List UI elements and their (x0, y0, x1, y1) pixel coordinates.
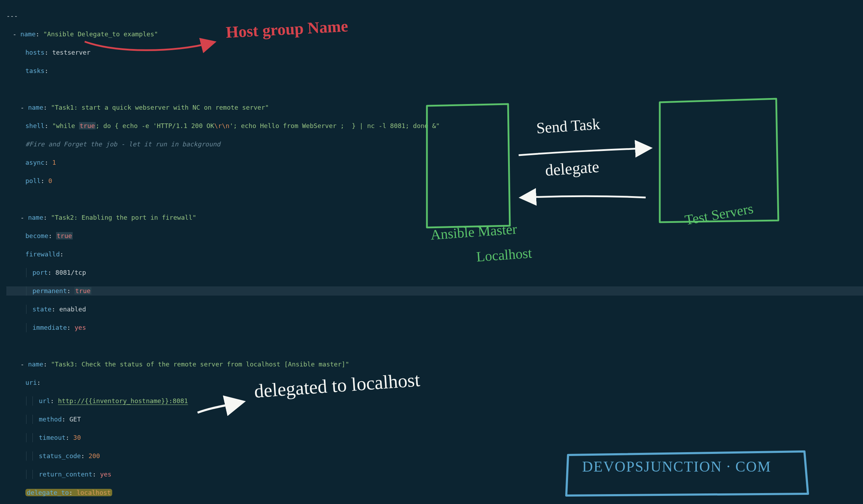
delegate-to-highlight: delegate_to: localhost (25, 489, 112, 496)
yaml-doc-start: --- (6, 12, 18, 19)
task3-url: http://{{inventory_hostname}}:8081 (58, 397, 188, 405)
task2-name: "Task2: Enabling the port in firewall" (51, 214, 196, 221)
key-hosts: hosts (25, 49, 44, 56)
comment-fire-forget: #Fire and Forget the job - let it run in… (25, 140, 221, 148)
yaml-code-block: --- - name: "Ansible Delegate_to example… (6, 2, 863, 504)
play-name-value: "Ansible Delegate_to examples" (43, 30, 158, 38)
key-name: name (20, 30, 36, 38)
task1-name: "Task1: start a quick webserver with NC … (51, 104, 269, 111)
hosts-value: testserver (52, 49, 90, 56)
key-tasks: tasks (25, 67, 44, 74)
task3-name: "Task3: Check the status of the remote s… (51, 360, 349, 368)
